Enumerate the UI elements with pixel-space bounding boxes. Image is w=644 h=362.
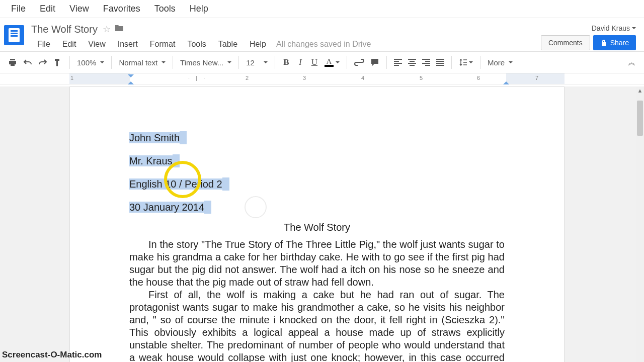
ruler-tick: · | · [188,75,205,81]
header-line[interactable]: 30 January 2014 [129,196,505,219]
os-menu-edit[interactable]: Edit [33,4,62,14]
editor-canvas[interactable]: John Smith Mr. Kraus English 10 / Period… [0,86,644,362]
header-line[interactable]: English 10 / Period 2 [129,172,505,196]
ruler-tick: 6 [477,75,480,81]
os-menu-view[interactable]: View [62,4,96,14]
menu-help[interactable]: Help [244,40,272,49]
comments-button[interactable]: Comments [541,35,590,50]
save-status: All changes saved in Drive [276,40,371,49]
ruler-tick: 7 [535,75,538,81]
right-indent-marker[interactable] [503,78,509,84]
collapse-toolbar-button[interactable]: ︽ [625,55,639,69]
scroll-up-arrow[interactable]: ▲ [636,86,644,95]
insert-link-button[interactable] [351,55,367,69]
docs-logo[interactable] [4,25,24,45]
watermark: Screencast-O-Matic.com [2,350,102,360]
ruler-tick: 1 [70,75,73,81]
document-page[interactable]: John Smith Mr. Kraus English 10 / Period… [69,86,565,362]
os-menu-file[interactable]: File [4,4,33,14]
line-spacing-button[interactable] [456,55,476,69]
os-menu-favorites[interactable]: Favorites [96,4,147,14]
scroll-thumb[interactable] [637,101,643,136]
left-indent-marker[interactable] [128,78,134,84]
more-button[interactable]: More [485,58,516,67]
user-menu[interactable]: David Kraus [592,24,636,32]
ruler[interactable]: 1 · | · 2 3 4 5 6 7 [0,73,644,84]
menu-table[interactable]: Table [212,40,244,49]
os-menubar: File Edit View Favorites Tools Help [0,0,644,18]
menu-view[interactable]: View [82,40,111,49]
undo-button[interactable] [20,55,35,69]
text-color-button[interactable]: A [321,55,343,69]
italic-button[interactable]: I [293,55,307,69]
align-justify-button[interactable] [433,55,447,69]
font-select[interactable]: Times New... [177,58,234,67]
redo-button[interactable] [35,55,50,69]
align-center-button[interactable] [405,55,419,69]
star-icon[interactable]: ☆ [103,24,111,35]
menu-file[interactable]: File [31,40,56,49]
menu-format[interactable]: Format [144,40,182,49]
zoom-select[interactable]: 100% [74,58,107,67]
paragraph[interactable]: In the story "The True Story of The Thre… [129,238,505,289]
font-size-select[interactable]: 12 [243,58,271,67]
menu-edit[interactable]: Edit [56,40,83,49]
toolbar: 100% Normal text Times New... 12 B I U A… [0,51,644,73]
align-left-button[interactable] [391,55,405,69]
share-button[interactable]: Share [593,35,636,50]
os-menu-help[interactable]: Help [183,4,215,14]
ruler-tick: 3 [303,75,306,81]
header-line[interactable]: Mr. Kraus [129,149,505,172]
ruler-tick: 4 [361,75,364,81]
paint-format-button[interactable] [50,55,65,69]
doc-body-title[interactable]: The Wolf Story [129,222,505,233]
print-button[interactable] [5,55,20,69]
ruler-tick: 2 [246,75,249,81]
share-label: Share [610,39,629,47]
align-right-button[interactable] [419,55,433,69]
ruler-tick: 5 [420,75,423,81]
header-line[interactable]: John Smith [129,126,505,149]
menu-insert[interactable]: Insert [112,40,144,49]
bold-button[interactable]: B [279,55,293,69]
folder-icon[interactable] [115,24,124,35]
insert-comment-button[interactable] [367,55,382,69]
os-menu-tools[interactable]: Tools [147,4,183,14]
style-select[interactable]: Normal text [116,58,169,67]
vertical-scrollbar[interactable]: ▲ [636,86,644,362]
menu-tools[interactable]: Tools [181,40,212,49]
doc-header: The Wolf Story ☆ File Edit View Insert F… [0,18,644,51]
doc-title[interactable]: The Wolf Story [31,24,98,35]
paragraph[interactable]: First of all, the wolf is making a cake … [129,289,505,362]
lock-icon [600,39,607,46]
underline-button[interactable]: U [307,55,321,69]
